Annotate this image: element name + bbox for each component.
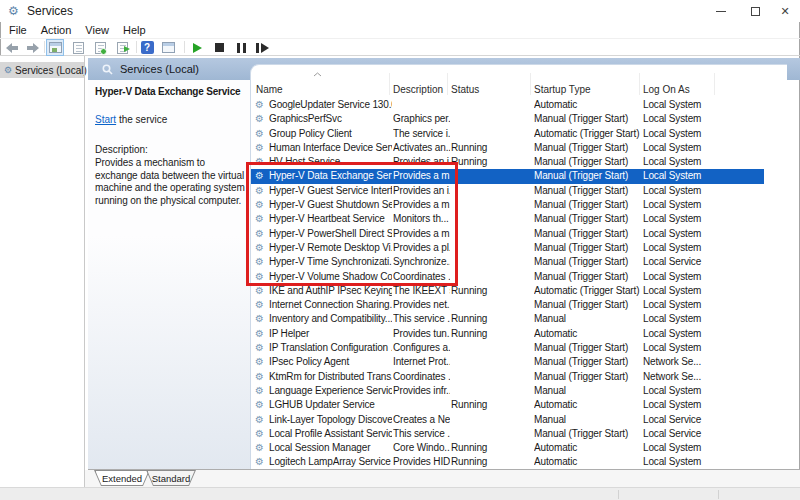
table-row[interactable]: ⚙IP Translation Configuration ...Configu… xyxy=(251,341,764,355)
cell-name: IPsec Policy Agent xyxy=(269,355,392,369)
cell-startup: Manual (Trigger Start) xyxy=(534,198,642,212)
cell-name: GoogleUpdater Service 130.0... xyxy=(269,98,392,112)
show-action-pane-icon[interactable] xyxy=(160,40,176,55)
menu-file[interactable]: File xyxy=(9,24,27,36)
cell-name: Inventory and Compatibility... xyxy=(269,312,392,326)
table-row[interactable]: ⚙Local Profile Assistant ServiceThis ser… xyxy=(251,427,764,441)
cell-logon: Local Service xyxy=(643,413,763,427)
service-icon: ⚙ xyxy=(255,298,268,312)
cell-startup: Manual (Trigger Start) xyxy=(534,255,642,269)
service-icon: ⚙ xyxy=(255,384,268,398)
column-header-log-on-as[interactable]: Log On As xyxy=(643,84,690,95)
cell-startup: Automatic xyxy=(534,327,642,341)
column-divider[interactable] xyxy=(714,73,715,95)
menu-action[interactable]: Action xyxy=(41,24,72,36)
column-divider[interactable] xyxy=(530,73,531,95)
cell-name: Group Policy Client xyxy=(269,127,392,141)
table-row[interactable]: ⚙GoogleUpdater Service 130.0...Automatic… xyxy=(251,98,764,112)
maximize-button[interactable] xyxy=(738,0,772,22)
menu-help[interactable]: Help xyxy=(123,24,146,36)
cell-desc: Provides tun... xyxy=(393,327,450,341)
cell-startup: Manual (Trigger Start) xyxy=(534,141,642,155)
back-icon[interactable] xyxy=(4,40,20,55)
cell-logon: Local System xyxy=(643,141,763,155)
table-row[interactable]: ⚙Local Session ManagerCore Windo...Runni… xyxy=(251,441,764,455)
minimize-button[interactable] xyxy=(704,0,738,22)
service-icon: ⚙ xyxy=(255,398,268,412)
cell-logon: Local System xyxy=(643,198,763,212)
cell-name: Language Experience Service xyxy=(269,384,392,398)
services-window: ⚙ Services ✕ FileActionViewHelp ? ⚙ Serv… xyxy=(0,0,800,500)
column-divider[interactable] xyxy=(639,73,640,95)
cell-logon: Local System xyxy=(643,398,763,412)
service-action: Start the service xyxy=(95,114,243,125)
column-header-startup-type[interactable]: Startup Type xyxy=(534,84,591,95)
cell-startup: Automatic xyxy=(534,398,642,412)
start-service-link[interactable]: Start xyxy=(95,114,116,125)
annotation-rectangle xyxy=(246,162,458,286)
cell-status: Running xyxy=(451,327,531,341)
menu-view[interactable]: View xyxy=(85,24,109,36)
cell-startup: Automatic (Trigger Start) xyxy=(534,284,642,298)
cell-name: IKE and AuthIP IPsec Keying ... xyxy=(269,284,392,298)
view-tabstrip: ExtendedStandard xyxy=(85,470,800,487)
table-row[interactable]: ⚙IKE and AuthIP IPsec Keying ...The IKEE… xyxy=(251,284,764,298)
start-service-icon[interactable] xyxy=(189,40,205,55)
restart-service-icon[interactable] xyxy=(254,40,270,55)
table-row[interactable]: ⚙Inventory and Compatibility...This serv… xyxy=(251,312,764,326)
tree-item-services-local[interactable]: ⚙ Services (Local) xyxy=(0,62,84,78)
table-row[interactable]: ⚙IPsec Policy AgentInternet Prot...Manua… xyxy=(251,355,764,369)
cell-startup: Manual xyxy=(534,413,642,427)
table-row[interactable]: ⚙Group Policy ClientThe service i...Auto… xyxy=(251,127,764,141)
tab-standard[interactable]: Standard xyxy=(146,470,196,486)
forward-icon[interactable] xyxy=(25,40,41,55)
pause-service-icon[interactable] xyxy=(233,40,249,55)
table-row[interactable]: ⚙Logitech LampArray ServiceProvides HID.… xyxy=(251,455,764,469)
cell-name: Local Session Manager xyxy=(269,441,392,455)
tree-item-label: Services (Local) xyxy=(15,65,87,76)
refresh-icon[interactable] xyxy=(92,40,108,55)
tab-extended[interactable]: Extended xyxy=(94,470,150,486)
help-icon[interactable]: ? xyxy=(139,40,155,55)
cell-logon: Local System xyxy=(643,98,763,112)
table-row[interactable]: ⚙Language Experience ServiceProvides inf… xyxy=(251,384,764,398)
table-row[interactable]: ⚙Internet Connection Sharing...Provides … xyxy=(251,298,764,312)
service-icon: ⚙ xyxy=(255,284,268,298)
column-divider[interactable] xyxy=(389,73,390,95)
cell-desc: Graphics per... xyxy=(393,112,450,126)
service-icon: ⚙ xyxy=(255,98,268,112)
table-row[interactable]: ⚙KtmRm for Distributed Trans...Coordinat… xyxy=(251,370,764,384)
show-console-tree-icon[interactable] xyxy=(47,40,63,55)
cell-startup: Manual (Trigger Start) xyxy=(534,270,642,284)
column-header-description[interactable]: Description xyxy=(393,84,443,95)
table-row[interactable]: ⚙IP HelperProvides tun...RunningAutomati… xyxy=(251,327,764,341)
cell-startup: Manual (Trigger Start) xyxy=(534,427,642,441)
cell-desc: Provides HID... xyxy=(393,455,450,469)
cell-startup: Manual (Trigger Start) xyxy=(534,112,642,126)
cell-desc: Configures a... xyxy=(393,341,450,355)
table-row[interactable]: ⚙LGHUB Updater ServiceRunningAutomaticLo… xyxy=(251,398,764,412)
column-header-status[interactable]: Status xyxy=(451,84,479,95)
column-divider[interactable] xyxy=(447,73,448,95)
cell-startup: Automatic (Trigger Start) xyxy=(534,127,642,141)
minimize-icon xyxy=(716,11,726,12)
stop-service-icon[interactable] xyxy=(211,40,227,55)
cell-logon: Local System xyxy=(643,341,763,355)
cell-name: KtmRm for Distributed Trans... xyxy=(269,370,392,384)
export-list-icon[interactable] xyxy=(114,40,130,55)
cell-desc: Creates a Ne... xyxy=(393,413,450,427)
cell-status: Running xyxy=(451,155,531,169)
close-button[interactable]: ✕ xyxy=(768,0,800,22)
service-icon: ⚙ xyxy=(255,341,268,355)
console-tree-panel: ⚙ Services (Local) xyxy=(0,56,84,487)
table-row[interactable]: ⚙Link-Layer Topology Discove...Creates a… xyxy=(251,413,764,427)
table-row[interactable]: ⚙GraphicsPerfSvcGraphics per...Manual (T… xyxy=(251,112,764,126)
column-header-name[interactable]: Name xyxy=(256,84,283,95)
properties-icon[interactable] xyxy=(70,40,86,55)
cell-desc: Core Windo... xyxy=(393,441,450,455)
panel-divider[interactable] xyxy=(84,56,85,487)
table-row[interactable]: ⚙Human Interface Device Serv...Activates… xyxy=(251,141,764,155)
description-panel: Hyper-V Data Exchange Service Start the … xyxy=(88,80,250,470)
toolbar-separator xyxy=(136,41,137,53)
pane-header-label: Services (Local) xyxy=(120,63,199,75)
